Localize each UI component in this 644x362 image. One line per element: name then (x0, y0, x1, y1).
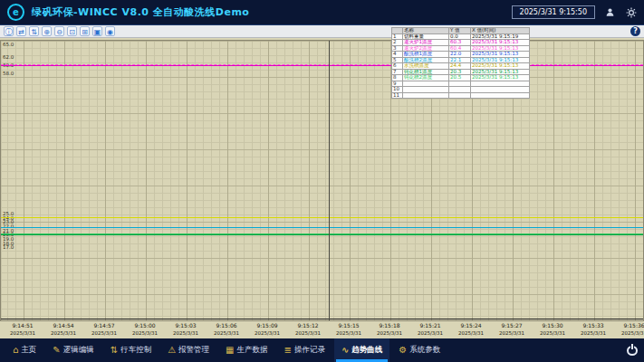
nav-item-label: 趋势曲线 (351, 345, 382, 356)
x-axis-date-label: 2025/3/31 (492, 329, 532, 338)
legend-body: 1切料重量0.02025/3/31 9:15:192退火炉1温度60.32025… (392, 33, 530, 99)
x-axis-date-label: 2025/3/31 (451, 329, 491, 338)
application-window: e 绿矾环保-WINCC V8.0 全自动酸洗线Demo 2025/3/31 9… (0, 0, 644, 362)
trend-curve-icon: ∿ (341, 346, 349, 355)
nav-item-label: 行车控制 (120, 345, 151, 356)
legend-row[interactable]: 5酸洗槽2温度22.12025/3/31 9:15:13 (392, 57, 530, 63)
x-axis-time-label: 9:14:54 (43, 321, 83, 329)
alarm-management-icon: ⚠ (168, 346, 176, 355)
zoom-in-icon[interactable]: ⊕ (42, 26, 52, 36)
x-axis-time-label: 9:15:33 (573, 321, 613, 329)
legend-row[interactable]: 2退火炉1温度60.32025/3/31 9:15:13 (392, 40, 530, 46)
x-axis-time-label: 9:14:51 (3, 321, 43, 329)
legend-row[interactable]: 3退火炉2温度60.42025/3/31 9:15:13 (392, 45, 530, 52)
legend-row-number: 11 (392, 92, 403, 99)
y-axis-tick-label: 65.0 (3, 43, 14, 48)
x-axis-date-label: 2025/3/31 (573, 329, 613, 338)
trend-line-series-7 (1, 234, 643, 235)
x-axis-date-label: 2025/3/31 (84, 329, 124, 338)
info-icon[interactable]: ⓘ (4, 26, 14, 36)
legend-y-value (449, 92, 471, 99)
print-icon[interactable]: ⊞ (80, 26, 90, 36)
trend-cursor-ruler[interactable] (329, 41, 330, 320)
x-axis-date-label: 2025/3/31 (166, 329, 206, 338)
pan-vertical-icon[interactable]: ⇅ (29, 26, 39, 36)
x-axis-time-label: 9:15:18 (370, 321, 409, 329)
legend-row[interactable]: 7钝化槽1温度20.32025/3/31 9:15:13 (392, 69, 530, 75)
x-axis-time-label: 9:15:03 (166, 321, 206, 329)
x-axis-time-label: 9:15:06 (207, 321, 246, 329)
settings-gear-icon[interactable] (625, 6, 637, 18)
user-icon-glyph (605, 7, 615, 17)
nav-item-production-data[interactable]: ▦生产数据 (218, 338, 274, 362)
system-params-icon: ⚙ (399, 346, 407, 355)
power-button[interactable] (626, 344, 639, 357)
x-axis-date-label: 2025/3/31 (370, 329, 409, 338)
x-axis-time-label: 9:15:15 (329, 321, 369, 329)
pan-horizontal-icon[interactable]: ⇄ (16, 26, 26, 36)
app-logo-letter: e (13, 7, 19, 17)
zoom-out-icon[interactable]: ⊖ (54, 26, 64, 36)
x-axis-time-label: 9:15:36 (614, 321, 644, 329)
nav-item-system-params[interactable]: ⚙系统参数 (391, 338, 447, 362)
power-icon-stem (630, 344, 634, 350)
trend-line-series-1 (1, 319, 643, 319)
x-axis-date-label: 2025/3/31 (207, 329, 246, 338)
legend-row[interactable]: 6水洗槽温度24.42025/3/31 9:15:13 (392, 63, 530, 70)
x-axis-dates: 2025/3/312025/3/312025/3/312025/3/312025… (0, 329, 644, 338)
x-axis-time-label: 9:15:09 (247, 321, 287, 329)
x-axis-date-label: 2025/3/31 (410, 329, 450, 338)
zoom-area-icon[interactable]: ⊡ (67, 26, 77, 36)
y-axis-tick-label: 58.0 (3, 72, 14, 78)
nav-item-crane-control[interactable]: ⇅行车控制 (103, 338, 159, 362)
x-axis-time-label: 9:15:27 (492, 321, 532, 329)
legend-row[interactable]: 4酸洗槽1温度22.02025/3/31 9:15:13 (392, 52, 530, 58)
app-logo-icon: e (7, 4, 24, 21)
nav-item-operation-log[interactable]: ≣操作记录 (277, 338, 332, 362)
bottom-nav-items: ⌂主页✎逻辑编辑⇅行车控制⚠报警管理▦生产数据≣操作记录∿趋势曲线⚙系统参数 (5, 338, 447, 362)
y-axis-tick-label: 17.0 (3, 246, 14, 252)
titlebar-right-group: 2025/3/31 9:15:50 (512, 5, 637, 19)
nav-item-trend-curve[interactable]: ∿趋势曲线 (334, 338, 389, 362)
trend-line-series-6 (1, 217, 643, 218)
legend-row[interactable]: 11 (392, 92, 530, 99)
x-axis-date-label: 2025/3/31 (533, 329, 572, 338)
legend-series-name (403, 92, 449, 99)
legend-row[interactable]: 8钝化槽2温度20.52025/3/31 9:15:13 (392, 75, 530, 81)
export-icon[interactable]: ◉ (105, 26, 115, 36)
logic-edit-icon: ✎ (53, 346, 60, 355)
trend-chart: 65.062.060.058.025.024.023.022.021.020.0… (0, 38, 644, 338)
gear-icon-glyph (626, 7, 637, 18)
x-axis-date-label: 2025/3/31 (247, 329, 287, 338)
title-bar: e 绿矾环保-WINCC V8.0 全自动酸洗线Demo 2025/3/31 9… (0, 0, 644, 25)
trend-toolbar: ⓘ⇄⇅⊕⊖⊡⊞▣◉ ? (0, 25, 644, 38)
trend-line-series-5 (1, 227, 643, 228)
trend-line-series-8 (1, 233, 643, 234)
x-axis-date-label: 2025/3/31 (329, 329, 369, 338)
nav-item-label: 生产数据 (237, 345, 268, 356)
nav-item-label: 系统参数 (409, 345, 440, 356)
nav-item-label: 主页 (21, 345, 36, 356)
datetime-display: 2025/3/31 9:15:50 (512, 5, 595, 19)
x-axis-time-label: 9:15:12 (288, 321, 328, 329)
nav-item-home[interactable]: ⌂主页 (5, 338, 43, 362)
nav-item-alarm-management[interactable]: ⚠报警管理 (160, 338, 216, 362)
toolbar-buttons: ⓘ⇄⇅⊕⊖⊡⊞▣◉ (4, 26, 115, 36)
x-axis-date-label: 2025/3/31 (3, 329, 43, 338)
x-axis-time-label: 9:14:57 (84, 321, 124, 329)
x-axis-date-label: 2025/3/31 (614, 329, 644, 338)
nav-item-label: 操作记录 (294, 345, 325, 356)
help-button[interactable]: ? (630, 26, 640, 36)
save-icon[interactable]: ▣ (92, 26, 102, 36)
user-icon[interactable] (604, 6, 616, 18)
y-axis-tick-label: 62.0 (3, 55, 14, 61)
nav-item-logic-edit[interactable]: ✎逻辑编辑 (45, 338, 101, 362)
x-axis-times: 9:14:519:14:549:14:579:15:009:15:039:15:… (0, 321, 644, 329)
x-axis: 9:14:519:14:549:14:579:15:009:15:039:15:… (0, 321, 644, 338)
x-axis-time-label: 9:15:24 (451, 321, 491, 329)
nav-item-label: 逻辑编辑 (63, 345, 94, 356)
legend-table: 名称Y 值X 值(时间) 1切料重量0.02025/3/31 9:15:192退… (391, 27, 530, 99)
bottom-nav: ⌂主页✎逻辑编辑⇅行车控制⚠报警管理▦生产数据≣操作记录∿趋势曲线⚙系统参数 (0, 338, 644, 362)
plot-area[interactable]: 65.062.060.058.025.024.023.022.021.020.0… (0, 40, 644, 321)
operation-log-icon: ≣ (284, 346, 292, 355)
